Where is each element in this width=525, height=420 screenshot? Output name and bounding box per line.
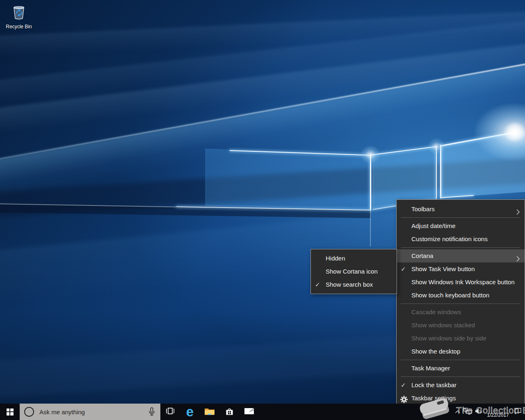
menu-item-show-windows-ink-workspace-button[interactable]: Show Windows Ink Workspace button bbox=[397, 276, 525, 289]
window-edge bbox=[436, 146, 437, 199]
window-edge bbox=[441, 132, 515, 146]
light-beam bbox=[0, 9, 525, 57]
window-edge bbox=[0, 203, 176, 208]
mail-taskbar-button[interactable] bbox=[239, 404, 259, 420]
light-glare-core bbox=[503, 121, 525, 143]
taskbar-clock[interactable]: 1/22/2017 bbox=[485, 404, 511, 420]
menu-separator bbox=[401, 304, 520, 304]
window-edge bbox=[370, 155, 371, 210]
window-edge bbox=[176, 206, 370, 210]
mail-icon bbox=[244, 408, 254, 416]
edge-taskbar-button[interactable]: e bbox=[180, 404, 200, 420]
windows-desktop: { "glyphs": { "check": "✓", "edge": "e" … bbox=[0, 0, 525, 420]
light-beam bbox=[0, 16, 525, 104]
edge-icon: e bbox=[186, 405, 194, 418]
light-beam bbox=[0, 57, 525, 200]
menu-item-show-touch-keyboard-button[interactable]: Show touch keyboard button bbox=[397, 289, 525, 302]
menu-item-show-the-desktop[interactable]: Show the desktop bbox=[397, 345, 525, 358]
file-explorer-icon bbox=[204, 407, 215, 417]
menu-item-taskbar-settings[interactable]: Taskbar settings bbox=[397, 392, 525, 405]
file-explorer-taskbar-button[interactable] bbox=[200, 404, 219, 420]
recycle-bin-icon bbox=[10, 16, 28, 23]
light-glare bbox=[457, 91, 525, 173]
show-hidden-icons-button[interactable] bbox=[453, 404, 462, 420]
menu-separator bbox=[401, 377, 520, 377]
action-center-icon bbox=[514, 408, 522, 416]
start-button[interactable] bbox=[0, 404, 20, 420]
action-center-button[interactable] bbox=[511, 404, 524, 420]
microphone-icon[interactable] bbox=[148, 407, 156, 418]
speaker-icon bbox=[475, 408, 483, 416]
menu-item-show-task-view-button[interactable]: ✓ Show Task View button bbox=[397, 262, 525, 276]
chevron-up-icon bbox=[455, 410, 460, 413]
task-view-button[interactable] bbox=[160, 404, 180, 420]
menu-separator bbox=[401, 247, 520, 248]
menu-item-cascade-windows: Cascade windows bbox=[397, 306, 525, 319]
windows-logo-icon bbox=[7, 409, 14, 415]
window-edge bbox=[370, 210, 371, 247]
menu-item-cortana[interactable]: Cortana bbox=[397, 249, 525, 262]
menu-separator bbox=[401, 217, 520, 218]
window-edge bbox=[440, 145, 441, 199]
taskbar: Ask me anything e bbox=[0, 404, 525, 420]
volume-tray-button[interactable] bbox=[473, 404, 485, 420]
submenu-item-hidden[interactable]: Hidden bbox=[311, 252, 397, 265]
menu-item-task-manager[interactable]: Task Manager bbox=[397, 362, 525, 375]
light-beam bbox=[0, 56, 525, 162]
light-beam bbox=[0, 38, 525, 135]
cortana-circle-icon bbox=[24, 407, 34, 417]
system-tray: 1/22/2017 bbox=[453, 404, 524, 420]
menu-separator bbox=[401, 360, 520, 360]
chevron-right-icon bbox=[516, 206, 520, 219]
cortana-submenu: Hidden Show Cortana icon ✓ Show search b… bbox=[310, 249, 397, 294]
network-tray-button[interactable] bbox=[462, 404, 473, 420]
search-input[interactable]: Ask me anything bbox=[20, 404, 160, 420]
menu-item-show-windows-side-by-side: Show windows side by side bbox=[397, 332, 525, 345]
light-glow bbox=[427, 138, 445, 155]
window-edge bbox=[441, 195, 474, 198]
recycle-bin-desktop-icon[interactable]: Recycle Bin bbox=[3, 2, 34, 30]
submenu-item-show-cortana-icon[interactable]: Show Cortana icon bbox=[311, 265, 397, 278]
check-icon: ✓ bbox=[401, 379, 410, 392]
store-icon bbox=[225, 406, 234, 418]
menu-item-lock-the-taskbar[interactable]: ✓ Lock the taskbar bbox=[397, 379, 525, 392]
menu-item-toolbars[interactable]: Toolbars bbox=[397, 203, 525, 216]
menu-item-show-windows-stacked: Show windows stacked bbox=[397, 319, 525, 332]
menu-item-adjust-datetime[interactable]: Adjust date/time bbox=[397, 219, 525, 233]
submenu-item-show-search-box[interactable]: ✓ Show search box bbox=[311, 278, 397, 291]
window-edge bbox=[370, 146, 437, 155]
date-text: 1/22/2017 bbox=[487, 412, 509, 418]
taskbar-context-menu: Toolbars Adjust date/time Customize noti… bbox=[396, 199, 525, 410]
task-view-icon bbox=[165, 407, 175, 416]
window-edge bbox=[230, 150, 371, 155]
search-placeholder: Ask me anything bbox=[39, 409, 85, 415]
store-taskbar-button[interactable] bbox=[219, 404, 239, 420]
light-glow bbox=[360, 145, 381, 164]
recycle-bin-label: Recycle Bin bbox=[3, 24, 34, 30]
menu-item-customize-notification-icons[interactable]: Customize notification icons bbox=[397, 233, 525, 246]
network-icon bbox=[463, 408, 472, 416]
check-icon: ✓ bbox=[315, 278, 324, 291]
check-icon: ✓ bbox=[401, 262, 410, 276]
